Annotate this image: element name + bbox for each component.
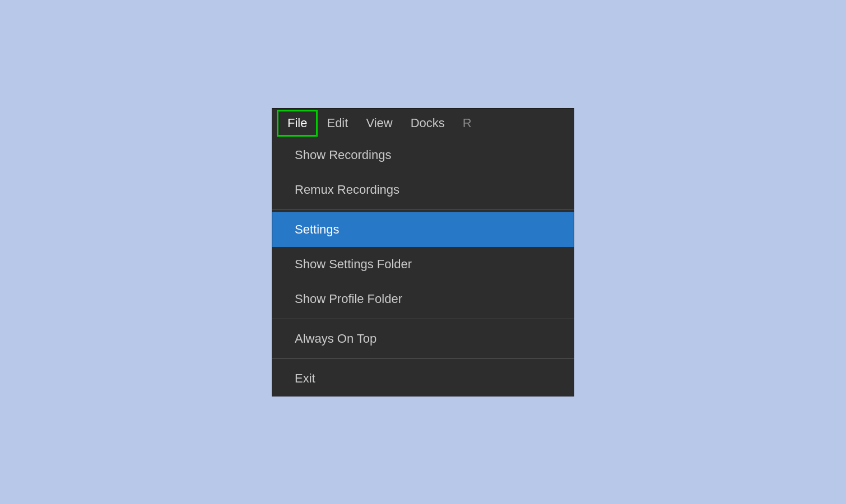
menu-item-edit[interactable]: Edit	[318, 111, 357, 135]
menu-settings[interactable]: Settings	[272, 212, 574, 247]
menu-show-settings-folder[interactable]: Show Settings Folder	[272, 247, 574, 282]
menu-item-docks[interactable]: Docks	[402, 111, 454, 135]
menu-show-recordings[interactable]: Show Recordings	[272, 138, 574, 172]
menu-exit[interactable]: Exit	[272, 361, 574, 396]
menu-show-profile-folder[interactable]: Show Profile Folder	[272, 282, 574, 316]
divider-2	[272, 319, 574, 319]
menu-bar: File Edit View Docks R	[272, 109, 574, 138]
menu-item-more[interactable]: R	[454, 111, 481, 135]
dropdown-menu: Show Recordings Remux Recordings Setting…	[272, 138, 574, 396]
menu-always-on-top[interactable]: Always On Top	[272, 321, 574, 356]
divider-3	[272, 358, 574, 359]
menu-item-file[interactable]: File	[277, 110, 318, 137]
divider-1	[272, 209, 574, 210]
menu-remux-recordings[interactable]: Remux Recordings	[272, 172, 574, 207]
menu-item-view[interactable]: View	[357, 111, 401, 135]
app-window: File Edit View Docks R Show Recordings R…	[272, 108, 574, 396]
